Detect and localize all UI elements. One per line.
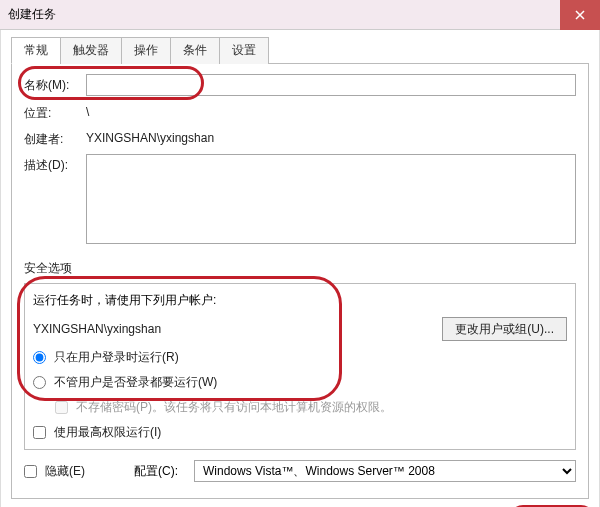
close-icon [575,10,585,20]
radio-whether-loggedin[interactable]: 不管用户是否登录都要运行(W) [33,374,567,391]
location-value: \ [86,102,89,119]
hidden-checkbox[interactable]: 隐藏(E) [24,463,134,480]
radio-only-loggedin[interactable]: 只在用户登录时运行(R) [33,349,567,366]
description-label: 描述(D): [24,154,86,174]
window-title: 创建任务 [8,6,56,23]
author-label: 创建者: [24,128,86,148]
highest-privileges-checkbox[interactable]: 使用最高权限运行(I) [33,424,567,441]
tab-settings[interactable]: 设置 [219,37,269,64]
name-input[interactable] [86,74,576,96]
account-prompt: 运行任务时，请使用下列用户帐户: [33,292,567,309]
configure-label: 配置(C): [134,463,194,480]
titlebar: 创建任务 [0,0,600,30]
nosave-password-checkbox: 不存储密码(P)。该任务将只有访问本地计算机资源的权限。 [55,399,567,416]
author-value: YXINGSHAN\yxingshan [86,128,214,145]
tab-general[interactable]: 常规 [11,37,61,64]
tab-triggers[interactable]: 触发器 [60,37,122,64]
configure-select[interactable]: Windows Vista™、Windows Server™ 2008 [194,460,576,482]
location-label: 位置: [24,102,86,122]
description-textarea[interactable] [86,154,576,244]
security-options-box: 运行任务时，请使用下列用户帐户: YXINGSHAN\yxingshan 更改用… [24,283,576,450]
tab-actions[interactable]: 操作 [121,37,171,64]
security-options-title: 安全选项 [24,260,576,277]
change-user-button[interactable]: 更改用户或组(U)... [442,317,567,341]
tabstrip: 常规 触发器 操作 条件 设置 [11,36,589,64]
name-label: 名称(M): [24,74,86,94]
close-button[interactable] [560,0,600,30]
tab-conditions[interactable]: 条件 [170,37,220,64]
account-value: YXINGSHAN\yxingshan [33,322,442,336]
